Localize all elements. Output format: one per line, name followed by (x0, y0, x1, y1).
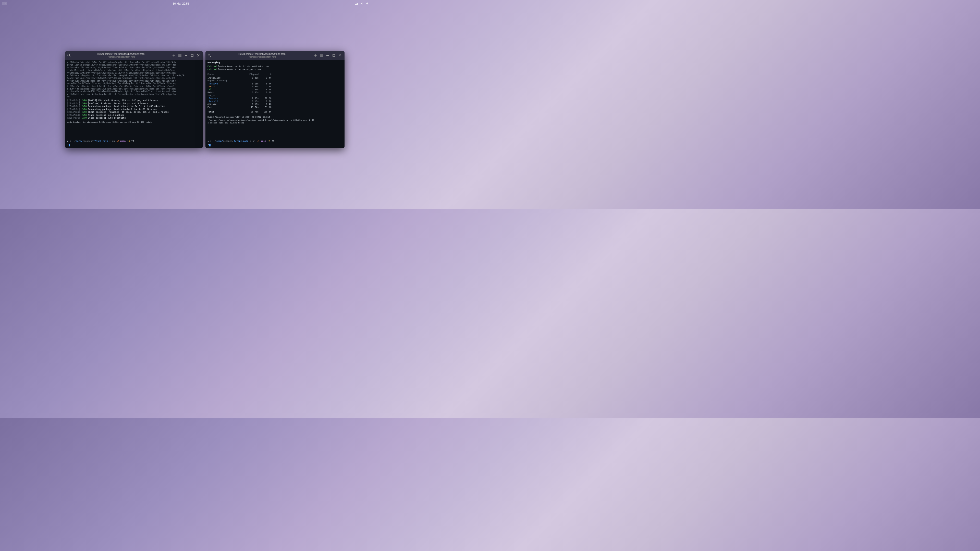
phase-fetch-active: |Fetch 0.38s 1.5% (207, 86, 342, 88)
emitted-line-2: Emitted font-noto-24.2.1-4-1-x86_64.ston… (207, 68, 342, 71)
svg-rect-2 (357, 3, 358, 5)
log-line-2: [22:46:51] INFO [Analyse] Finished: 90 m… (67, 102, 201, 105)
terminals-container: ikey@soldev:~/serpent/recipes/f/font-not… (65, 51, 345, 148)
close-button-left[interactable] (196, 53, 201, 58)
new-tab-button-left[interactable] (171, 53, 177, 58)
terminal-left-title: ikey@soldev:~/serpent/recipes/f/font-not… (71, 52, 171, 56)
title-bar-right-left (171, 53, 201, 58)
taskbar: · · 30 Mar 22:58 (0, 0, 372, 7)
svg-point-16 (208, 54, 210, 56)
svg-marker-3 (361, 2, 363, 5)
title-bar-center-right: ikey@soldev:~/serpent/recipes/f/font-not… (211, 52, 313, 58)
terminal-left-content: rifTibetan/hinted/ttf/NotoSerifTibetan-R… (65, 60, 203, 139)
phase-fetch: Fetch 0.00s 0.0% (207, 91, 342, 94)
svg-line-6 (70, 56, 71, 57)
svg-rect-11 (178, 56, 181, 57)
phase-resolve: |Resolve 0.10s 0.4% (207, 83, 342, 86)
prompt-line-2-left: > (67, 144, 201, 147)
svg-rect-9 (178, 54, 181, 55)
svg-rect-21 (320, 55, 323, 56)
terminal-right-title: ikey@soldev:~/serpent/recipes/f/font-not… (211, 52, 313, 56)
svg-rect-24 (333, 54, 335, 56)
elapsed-col-header: Elapsed (241, 73, 259, 76)
close-button-right[interactable] (337, 53, 342, 58)
title-bar-right-buttons (313, 53, 342, 58)
app-menu-button[interactable]: · · (2, 2, 7, 5)
prompt-area-right: λ > ~ / serp/ recipes/ f/ font-noto > on… (205, 139, 345, 148)
terminal-right-content: Packaging Emitted font-noto-extra-24.2.1… (205, 60, 345, 139)
svg-line-17 (210, 56, 211, 57)
prompt-arrow-right: λ (207, 140, 209, 143)
prompt-arrow: λ (67, 140, 68, 143)
phase-analyze: Analyze 0.10s 0.4% (207, 103, 342, 106)
cursor-right (209, 144, 210, 146)
datetime-label: 30 Mar 22:58 (173, 2, 189, 5)
prompt-tilde: ~ (72, 140, 74, 143)
phase-populate: Populate (moss) (207, 79, 342, 83)
phase-initialize: Initialize 0.88s 3.4% (207, 77, 342, 79)
svg-point-4 (367, 3, 368, 4)
taskbar-right (355, 2, 369, 5)
svg-rect-0 (355, 4, 356, 5)
phase-header: Phase Elapsed % (207, 73, 342, 76)
terminal-right-subtitle: ~/serpent/recipes/f/font-noto (211, 56, 313, 58)
svg-rect-23 (326, 55, 329, 56)
title-bar-right-controls (207, 54, 211, 57)
phase-blit: |Blit 1.40s 5.4% (207, 89, 342, 91)
title-bar-left-controls (67, 54, 71, 57)
minimize-button-left[interactable] (183, 53, 189, 58)
boulder-cmd: sudo boulder bi stone.yml 0.00s user 0.0… (67, 121, 201, 124)
terminal-left-subtitle: ~/serpent/recipes/f/font-noto (71, 56, 171, 58)
search-icon[interactable] (67, 54, 71, 57)
phase-x86: x86_64 (207, 94, 342, 97)
taskbar-left: · · (2, 2, 7, 5)
phase-prepare: |Prepare 7.00s 27.2% (207, 97, 342, 100)
log-line-6: [22:47:36] INFO Stage success: build-pac… (67, 114, 201, 117)
svg-rect-20 (320, 54, 323, 55)
prompt-line-1-left: λ > ~ / serp/ recipes/ f/ font-noto > on… (67, 140, 201, 143)
terminal-left: ikey@soldev:~/serpent/recipes/f/font-not… (65, 51, 203, 148)
log-lines: [22:46:51] INFO [Build] Finished: 8 secs… (67, 99, 201, 120)
maximize-button-left[interactable] (189, 53, 195, 58)
terminal-left-text: rifTibetan/hinted/ttf/NotoSerifTibetan-R… (67, 61, 201, 98)
prompt-path-right: serp/ (216, 140, 223, 143)
prompt-area-left: λ > ~ / serp/ recipes/ f/ font-noto > on… (65, 139, 203, 148)
prompt-line-2-right: > (207, 144, 342, 147)
minimize-button-right[interactable] (325, 53, 330, 58)
svg-rect-13 (191, 54, 193, 56)
terminal-right: ikey@soldev:~/serpent/recipes/f/font-not… (205, 51, 345, 148)
emitted-line-1: Emitted font-noto-extra-24.2.1-4-1-x86_6… (207, 65, 342, 68)
menu-button-left[interactable] (177, 53, 183, 58)
svg-rect-22 (320, 56, 323, 57)
title-bar-left: ikey@soldev:~/serpent/recipes/f/font-not… (65, 51, 203, 60)
svg-point-5 (68, 54, 70, 56)
cmd-line-2: s system 416% cpu 25.833 total (207, 122, 342, 124)
build-finished: Build finished successfully at 2024-03-3… (207, 116, 342, 119)
log-line-1: [22:46:51] INFO [Build] Finished: 8 secs… (67, 99, 201, 102)
packaging-label: Packaging (207, 61, 342, 64)
taskbar-datetime: 30 Mar 22:58 (173, 2, 189, 5)
svg-rect-12 (185, 55, 187, 56)
svg-rect-10 (178, 55, 181, 56)
search-icon-right[interactable] (207, 54, 211, 57)
new-tab-button-right[interactable] (313, 53, 318, 58)
volume-icon (360, 2, 364, 5)
log-line-3: [22:46:51] INFO Generating package: font… (67, 105, 201, 108)
prompt-path: serp/ (76, 140, 83, 143)
pct-col-header: % (259, 73, 271, 76)
phase-col-header: Phase (207, 73, 241, 76)
prompt-tilde-right: ~ (212, 140, 215, 143)
title-bar-right: ikey@soldev:~/serpent/recipes/f/font-not… (205, 51, 345, 60)
cmd-output: ~/serpent/moss-rs/target/release/boulder… (207, 119, 342, 124)
menu-button-right[interactable] (319, 53, 324, 58)
phase-table: Phase Elapsed % Initialize 0.88s 3.4% Po… (207, 73, 342, 114)
settings-icon (366, 2, 369, 5)
log-line-4: [22:46:51] INFO Generating package: font… (67, 108, 201, 111)
log-line-7: [22:47:36] INFO Stage success: sync-arte… (67, 117, 201, 120)
title-bar-center-left: ikey@soldev:~/serpent/recipes/f/font-not… (71, 52, 171, 58)
network-icon (355, 2, 358, 5)
emitted-lines: Emitted font-noto-extra-24.2.1-4-1-x86_6… (207, 65, 342, 71)
phase-emit: Emit 15.74s 61.1% (207, 106, 342, 109)
cursor-left (68, 144, 70, 146)
maximize-button-right[interactable] (331, 53, 336, 58)
